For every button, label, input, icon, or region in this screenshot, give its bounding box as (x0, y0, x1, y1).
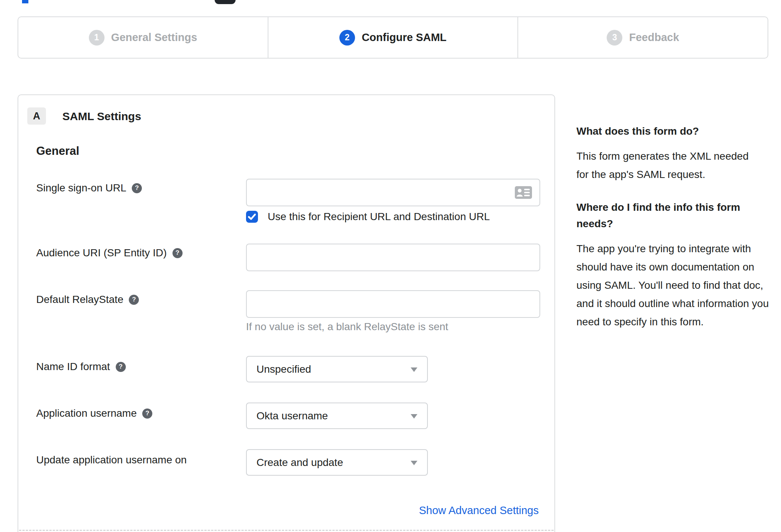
relaystate-label: Default RelayState ? (36, 293, 139, 306)
update-username-on-value: Create and update (256, 457, 343, 469)
application-username-help-icon[interactable]: ? (142, 409, 152, 419)
use-for-recipient-checkbox-label: Use this for Recipient URL and Destinati… (268, 211, 490, 223)
chevron-down-icon (411, 367, 417, 372)
relaystate-label-text: Default RelayState (36, 294, 123, 306)
section-dashed-divider (19, 530, 554, 531)
sso-help-icon[interactable]: ? (132, 183, 142, 193)
sidebar-paragraph-where: The app you're trying to integrate with … (576, 240, 774, 331)
okta-saml-wizard-screen: 1 General Settings 2 Configure SAML 3 Fe… (0, 0, 781, 532)
relaystate-hint: If no value is set, a blank RelayState i… (246, 321, 448, 333)
sso-url-input[interactable] (246, 179, 540, 206)
step-configure-saml[interactable]: 2 Configure SAML (268, 17, 518, 58)
cropped-logo-fragment (215, 0, 236, 4)
name-id-format-select[interactable]: Unspecified (246, 356, 428, 382)
audience-help-icon[interactable]: ? (172, 248, 183, 258)
wizard-stepper: 1 General Settings 2 Configure SAML 3 Fe… (18, 16, 768, 59)
application-username-label-text: Application username (36, 407, 137, 419)
application-username-label: Application username ? (36, 407, 152, 420)
help-sidebar: What does this form do? This form genera… (576, 123, 774, 347)
name-id-help-icon[interactable]: ? (116, 362, 126, 372)
audience-uri-label-text: Audience URI (SP Entity ID) (36, 247, 167, 259)
sidebar-paragraph-what: This form generates the XML needed for t… (576, 147, 755, 184)
step-general-settings[interactable]: 1 General Settings (18, 17, 268, 58)
application-username-select[interactable]: Okta username (246, 403, 428, 429)
step-feedback[interactable]: 3 Feedback (517, 17, 768, 58)
contact-card-icon[interactable] (515, 186, 532, 199)
step-3-number-badge: 3 (607, 30, 622, 46)
application-username-value: Okta username (256, 410, 328, 422)
audience-uri-input[interactable] (246, 244, 540, 271)
sidebar-heading-what: What does this form do? (576, 123, 774, 140)
sidebar-heading-where: Where do I find the info this form needs… (576, 199, 756, 232)
general-section-title: General (36, 144, 79, 158)
update-username-on-select[interactable]: Create and update (246, 449, 428, 476)
chevron-down-icon (411, 461, 417, 465)
audience-uri-label: Audience URI (SP Entity ID) ? (36, 247, 183, 259)
cropped-page-title-fragment (22, 0, 28, 3)
use-for-recipient-checkbox[interactable] (246, 211, 258, 223)
step-3-label: Feedback (629, 31, 679, 44)
show-advanced-settings-link[interactable]: Show Advanced Settings (419, 504, 539, 517)
name-id-format-label: Name ID format ? (36, 360, 126, 373)
update-username-on-label: Update application username on (36, 454, 187, 466)
name-id-format-value: Unspecified (256, 363, 311, 375)
panel-title: SAML Settings (62, 110, 141, 123)
relaystate-help-icon[interactable]: ? (129, 295, 139, 305)
section-a-badge: A (27, 107, 46, 125)
chevron-down-icon (411, 414, 417, 419)
name-id-format-label-text: Name ID format (36, 361, 110, 373)
step-2-number-badge: 2 (339, 30, 355, 46)
sso-url-label: Single sign-on URL ? (36, 182, 142, 194)
step-2-label: Configure SAML (362, 31, 446, 44)
update-username-on-label-text: Update application username on (36, 454, 187, 466)
step-1-number-badge: 1 (89, 30, 105, 46)
step-1-label: General Settings (111, 31, 197, 44)
relaystate-input[interactable] (246, 290, 540, 318)
saml-settings-panel: A SAML Settings General Single sign-on U… (18, 94, 555, 532)
sso-url-label-text: Single sign-on URL (36, 182, 126, 194)
